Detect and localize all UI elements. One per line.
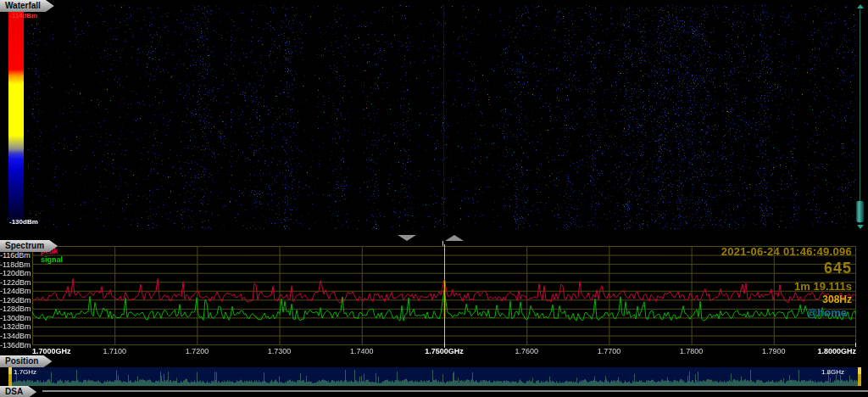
y-tick-label: -136dBm — [0, 341, 30, 349]
y-tick-label: -124dBm — [0, 287, 30, 295]
x-tick-label: 1.7800 — [662, 347, 721, 355]
timestamp-label: 2021-06-24 01:46:49.096 — [721, 245, 852, 258]
tab-dsa[interactable]: DSA — [0, 386, 36, 397]
position-start-label: 1.7GHz — [14, 368, 36, 376]
y-tick-label: -126dBm — [0, 296, 30, 305]
legend-signal-label: signal — [41, 255, 63, 264]
frame-count-label: 645 — [721, 260, 852, 277]
colorbar-max-label: -114dBm — [9, 12, 37, 20]
tab-waterfall[interactable]: Waterfall — [0, 0, 54, 12]
position-overview-strip[interactable] — [8, 367, 861, 386]
y-tick-label: -128dBm — [0, 305, 30, 313]
watermark-label: @home — [721, 306, 847, 319]
x-tick-label: 1.7200 — [167, 347, 226, 355]
app-root: -114dBm -130dBm Waterfall -116dBm-118dBm… — [0, 0, 868, 397]
x-tick-label: 1.8000GHz — [790, 347, 856, 355]
rbw-label: 308Hz — [721, 294, 852, 305]
y-tick-label: -116dBm — [0, 251, 30, 260]
spectrum-overlay: 2021-06-24 01:46:49.096 645 1m 19.111s 3… — [721, 245, 852, 319]
waterfall-colorbar — [8, 12, 24, 225]
y-tick-label: -130dBm — [0, 314, 30, 322]
waterfall-scrollbar[interactable] — [856, 3, 864, 229]
x-tick-label: 1.7500GHz — [415, 347, 474, 355]
x-tick-label: 1.7000GHz — [32, 347, 71, 355]
x-tick-mark — [855, 343, 856, 347]
y-tick-label: -132dBm — [0, 322, 30, 331]
scroll-up-arrow-icon[interactable] — [857, 4, 864, 8]
x-tick-label: 1.7300 — [250, 347, 309, 355]
scrollbar-track[interactable] — [860, 9, 860, 223]
center-marker-tick — [442, 241, 443, 246]
y-tick-label: -134dBm — [0, 332, 30, 340]
tab-spectrum[interactable]: Spectrum — [0, 240, 58, 252]
x-tick-label: 1.7700 — [579, 347, 638, 355]
x-tick-label: 1.7100 — [85, 347, 144, 355]
position-end-label: 1.8GHz — [821, 368, 844, 376]
dsa-divider-line — [42, 390, 868, 392]
y-tick-label: -122dBm — [0, 278, 30, 287]
x-tick-label: 1.7400 — [332, 347, 392, 355]
x-tick-mark — [444, 343, 445, 347]
y-tick-label: -118dBm — [0, 260, 30, 269]
x-tick-label: 1.7600 — [497, 347, 556, 355]
scrollbar-thumb[interactable] — [856, 201, 864, 222]
waterfall-display — [27, 3, 856, 229]
colorbar-min-label: -130dBm — [9, 218, 38, 226]
collapse-up-triangle-icon[interactable] — [445, 235, 464, 241]
collapse-down-triangle-icon[interactable] — [398, 235, 416, 241]
scroll-down-arrow-icon[interactable] — [857, 225, 864, 229]
elapsed-time-label: 1m 19.111s — [721, 280, 852, 293]
tab-position[interactable]: Position — [0, 355, 52, 367]
y-tick-label: -120dBm — [0, 269, 30, 277]
